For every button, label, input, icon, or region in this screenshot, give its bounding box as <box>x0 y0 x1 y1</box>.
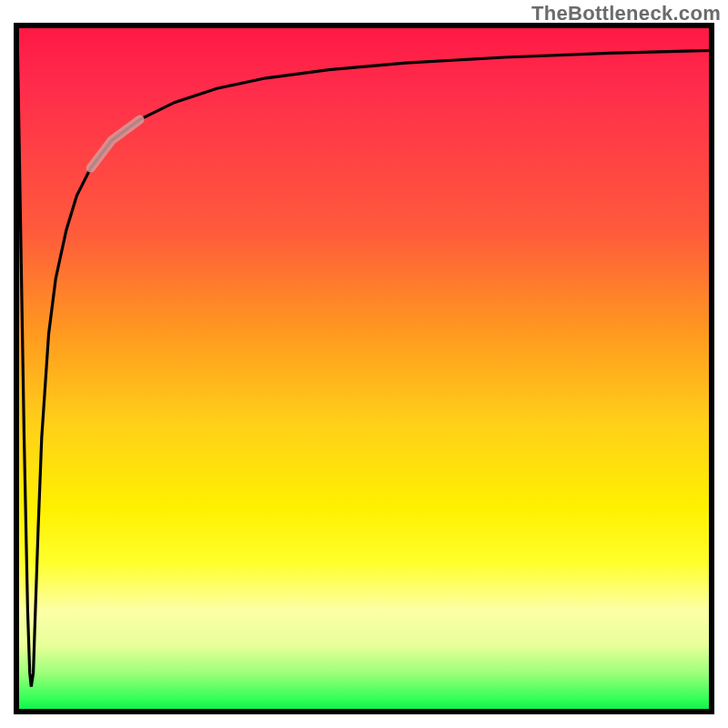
plot-frame <box>14 23 714 714</box>
curve-path <box>17 23 714 687</box>
chart-container: TheBottleneck.com <box>0 0 728 728</box>
curve-highlight-segment <box>91 119 140 167</box>
watermark-text: TheBottleneck.com <box>531 2 721 25</box>
curve-svg <box>14 23 714 714</box>
